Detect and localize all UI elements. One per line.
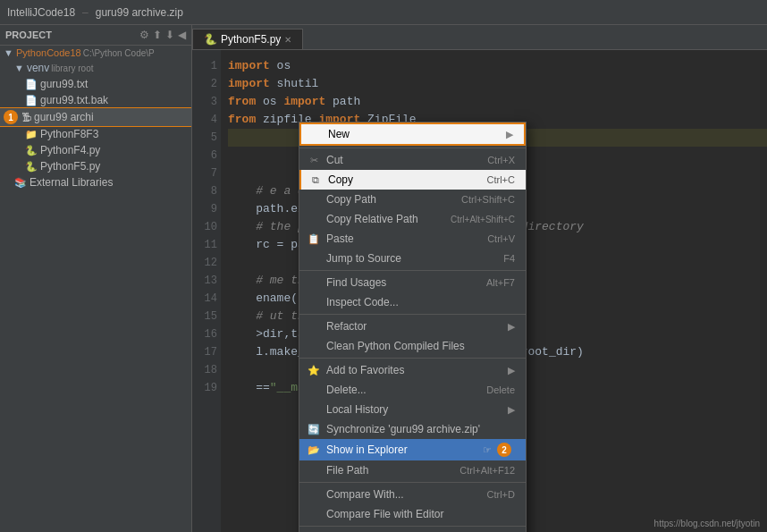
folder-icon-pythonf8: 📁 [25,129,38,140]
menu-item-localhistory[interactable]: Local History ▶ [299,400,526,419]
separator-2 [299,270,526,271]
menu-item-sync[interactable]: 🔄 Synchronize 'guru99 archive.zip' [299,419,526,439]
menu-item-creategist[interactable]: 🔗 Create Gist... [299,528,526,532]
tree-extlibs[interactable]: 📚 External Libraries [0,174,191,190]
tab-close-button[interactable]: ✕ [284,35,291,45]
badge-1: 1 [4,110,18,124]
menu-comparewith-label: Compare With... [326,488,480,501]
addtofav-arrow-icon: ▶ [508,365,515,376]
pythonf5-label: PythonF5.py [40,160,100,173]
scroll-down-icon[interactable]: ⬇ [165,29,174,41]
root-path: C:\Python Code\P [83,48,155,58]
menu-filepath-label: File Path [326,464,452,477]
file-icon-guru99arc: 🗜 [21,112,31,122]
menu-item-copyrelpath[interactable]: Copy Relative Path Ctrl+Alt+Shift+C [299,209,526,229]
tree-pythonf5[interactable]: 🐍 PythonF5.py [0,158,191,174]
sidebar: Project ⚙ ⬆ ⬇ ◀ ▼ PythonCode18 C:\Python… [0,25,192,532]
cut-shortcut: Ctrl+X [487,155,515,165]
tree-pythonf4[interactable]: 🐍 PythonF4.py [0,142,191,158]
menu-new-label: New [328,128,506,140]
menu-item-refactor[interactable]: Refactor ▶ [299,317,526,336]
menu-delete-label: Delete... [326,384,479,396]
settings-icon[interactable]: ⚙ [139,29,149,41]
menu-item-filepath[interactable]: File Path Ctrl+Alt+F12 [299,460,526,480]
tree-venv[interactable]: ▼ venv library root [0,60,191,76]
badge-2: 2 [497,443,511,457]
menu-item-copypath[interactable]: Copy Path Ctrl+Shift+C [299,190,526,209]
copypath-shortcut: Ctrl+Shift+C [461,194,515,205]
scroll-up-icon[interactable]: ⬆ [153,29,162,41]
sidebar-title: Project [5,30,52,40]
tree-pythonf8[interactable]: 📁 PythonF8F3 [0,126,191,142]
menu-item-cleanpython[interactable]: Clean Python Compiled Files [299,336,526,356]
guru99txt-label: guru99.txt [40,78,88,90]
root-label: PythonCode18 [16,47,81,58]
menu-cleanpython-label: Clean Python Compiled Files [326,340,515,352]
new-arrow-icon: ▶ [506,129,513,140]
extlibs-label: External Libraries [30,176,113,189]
mouse-cursor-indicator: ☞ [483,444,492,456]
hide-icon[interactable]: ◀ [178,29,186,41]
findusages-shortcut: Alt+F7 [486,277,515,288]
menu-item-showinexplorer[interactable]: 📂 Show in Explorer ☞ 2 [299,439,526,460]
venv-label: venv [27,62,49,74]
menu-copyrelpath-label: Copy Relative Path [326,213,443,225]
menu-item-paste[interactable]: 📋 Paste Ctrl+V [299,229,526,249]
copyrelpath-shortcut: Ctrl+Alt+Shift+C [451,215,515,224]
menu-item-delete[interactable]: Delete... Delete [299,380,526,400]
menu-findusages-label: Find Usages [326,276,479,289]
menu-item-findusages[interactable]: Find Usages Alt+F7 [299,273,526,292]
menu-copy-label: Copy [328,173,480,186]
watermark: https://blog.csdn.net/jtyotin [654,519,760,528]
menu-cut-label: Cut [326,154,480,166]
menu-item-inspectcode[interactable]: Inspect Code... [299,292,526,312]
tab-pythonf5[interactable]: 🐍 PythonF5.py ✕ [192,29,303,49]
menu-jumptosource-label: Jump to Source [326,252,496,265]
menu-item-copy[interactable]: ⧉ Copy Ctrl+C [299,170,526,190]
menu-item-new[interactable]: New ▶ [299,122,526,146]
tree-guru99txt[interactable]: 📄 guru99.txt [0,76,191,92]
guru99bak-label: guru99.txt.bak [40,94,108,106]
delete-shortcut: Delete [486,384,515,395]
tree-guru99bak[interactable]: 📄 guru99.txt.bak [0,92,191,108]
menu-addtofav-label: Add to Favorites [326,364,508,376]
app-name: IntelliJCode18 [7,6,75,19]
pythonf4-label: PythonF4.py [40,144,100,156]
menu-item-cut[interactable]: ✂ Cut Ctrl+X [299,150,526,170]
menu-copypath-label: Copy Path [326,193,454,206]
menu-item-comparewith[interactable]: Compare With... Ctrl+D [299,485,526,504]
file-icon-guru99txt: 📄 [25,79,38,90]
menu-item-addtofav[interactable]: ⭐ Add to Favorites ▶ [299,360,526,380]
menu-item-comparewitheditor[interactable]: Compare File with Editor [299,504,526,524]
venv-expand-icon: ▼ [14,63,24,73]
editor-tabs: 🐍 PythonF5.py ✕ [192,25,767,50]
venv-suffix: library root [51,63,93,73]
guru99arc-label: guru99 archi [34,111,94,123]
tree-guru99arc[interactable]: 1 🗜 guru99 archi [0,108,191,126]
file-icon-pythonf5: 🐍 [25,161,38,173]
tree-root[interactable]: ▼ PythonCode18 C:\Python Code\P [0,46,191,60]
main-layout: Project ⚙ ⬆ ⬇ ◀ ▼ PythonCode18 C:\Python… [0,25,767,532]
title-sep: – [82,6,88,19]
jumptosource-shortcut: F4 [503,253,515,264]
separator-1 [299,148,526,148]
separator-3 [299,314,526,315]
menu-showinexplorer-label: Show in Explorer [326,443,479,456]
comparewith-shortcut: Ctrl+D [487,489,515,500]
separator-4 [299,358,526,359]
copy-icon: ⧉ [308,174,323,186]
menu-item-jumptosource[interactable]: Jump to Source F4 [299,249,526,268]
file-icon-pythonf4: 🐍 [25,145,38,156]
localhistory-arrow-icon: ▶ [508,404,515,416]
filepath-shortcut: Ctrl+Alt+F12 [459,465,515,476]
menu-paste-label: Paste [326,232,480,245]
sync-icon: 🔄 [307,424,321,435]
copy-shortcut: Ctrl+C [487,174,515,185]
menu-refactor-label: Refactor [326,320,508,333]
title-bar: IntelliJCode18 – guru99 archive.zip [0,0,767,25]
separator-5 [299,482,526,483]
extlibs-icon: 📚 [14,177,27,189]
showinexplorer-icon: 📂 [307,444,321,456]
file-icon-guru99bak: 📄 [25,95,38,106]
addtofav-icon: ⭐ [307,365,321,376]
